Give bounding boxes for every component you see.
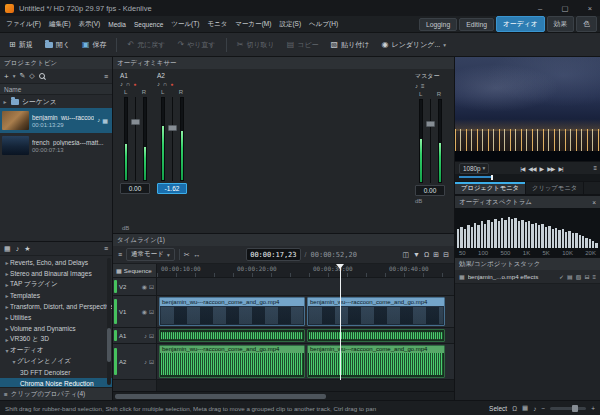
resolution-dropdown[interactable]: 1080p ▾ xyxy=(459,163,489,174)
bin-item-clip-raccoon[interactable]: benjamin_wu---raccoon 00:01:13:29 ♪ ▦ xyxy=(0,108,112,133)
eye-icon[interactable]: ◉ xyxy=(142,283,147,290)
bin-item-clip-polynesia[interactable]: french_polynesia---matt... 00:00:07:13 xyxy=(0,133,112,158)
menu-item-tools[interactable]: ツール(T) xyxy=(167,20,203,29)
undo-button[interactable]: ↶元に戻す xyxy=(122,37,170,53)
video-clip[interactable]: benjamin_wu---raccoon_come_and_go.mp4 xyxy=(307,297,445,326)
zoom-in-icon[interactable]: + xyxy=(591,405,595,412)
menu-item-edit[interactable]: 編集(E) xyxy=(45,20,75,29)
effect-category-reverb-echo-delays[interactable]: ▸Reverts, Echo, and Delays xyxy=(0,257,112,268)
menu-item-help[interactable]: ヘルプ(H) xyxy=(305,20,342,29)
bin-menu-icon[interactable]: ≡ xyxy=(104,73,108,80)
close-button[interactable]: × xyxy=(580,0,600,16)
redo-button[interactable]: ↷やり直す xyxy=(172,37,220,53)
current-timecode[interactable]: 00:00:17,23 xyxy=(246,248,300,261)
audio-clip[interactable]: benjamin_wu---raccoon_come_and_go.mp4 xyxy=(159,345,305,378)
tab-effects[interactable]: 効果 xyxy=(547,16,575,32)
sequence-tab[interactable]: ▦ Sequence xyxy=(113,264,156,278)
mute-icon[interactable]: ♪ xyxy=(144,359,147,365)
skip-forward-icon[interactable]: ▶| xyxy=(558,165,562,172)
chevron-down-icon[interactable]: ▾ xyxy=(13,73,16,79)
menu-item-view[interactable]: 表示(V) xyxy=(75,20,105,29)
volume-db-value[interactable]: 0.00 xyxy=(415,185,445,196)
favorite-effects-icon[interactable]: ★ xyxy=(24,245,30,253)
paste-button[interactable]: ▧貼り付け xyxy=(326,37,375,53)
open-button[interactable]: 開く xyxy=(40,37,75,53)
solo-icon[interactable]: ∩ xyxy=(163,81,167,87)
record-icon[interactable]: ● xyxy=(170,81,173,87)
track-header-a1[interactable]: A1 ♪ ⊡ xyxy=(113,328,156,344)
playhead[interactable] xyxy=(340,264,341,380)
play-icon[interactable]: ▶ xyxy=(540,165,544,172)
mute-icon[interactable]: ♪ xyxy=(415,83,418,89)
copy-button[interactable]: ▤コピー xyxy=(282,37,324,53)
effect-category-templates[interactable]: ▸Templates xyxy=(0,290,112,301)
monitor-menu-icon[interactable]: ≡ xyxy=(594,165,597,171)
mix-clips-icon[interactable]: ◫ xyxy=(402,251,409,259)
track-a2[interactable]: benjamin_wu---raccoon_come_and_go.mp4 be… xyxy=(157,344,454,380)
add-marker-icon[interactable]: ▼ xyxy=(413,251,420,258)
timeline-menu-icon[interactable]: ≡ xyxy=(118,251,122,258)
video-effects-icon[interactable]: ▦ xyxy=(4,245,11,253)
effect-category-volume-dynamics[interactable]: ▸Volume and Dynamics xyxy=(0,323,112,334)
master-menu-icon[interactable]: ≡ xyxy=(421,83,425,89)
effect-category-utilities[interactable]: ▸Utilities xyxy=(0,312,112,323)
minimize-button[interactable]: – xyxy=(530,0,550,16)
add-clip-icon[interactable]: + xyxy=(4,72,9,81)
audio-thumbnails-icon[interactable]: ♪ xyxy=(533,405,536,412)
audio-effects-icon[interactable]: ♪ xyxy=(16,245,20,252)
audio-clip[interactable] xyxy=(307,329,445,342)
rewind-icon[interactable]: ◀◀ xyxy=(528,165,535,172)
zoom-slider[interactable] xyxy=(550,407,586,410)
volume-fader[interactable] xyxy=(131,97,140,181)
effect-category-tap-plugins[interactable]: ▸TAP プラグイン xyxy=(0,279,112,290)
razor-tool-icon[interactable]: ✂ xyxy=(184,251,190,259)
lock-icon[interactable]: ⊡ xyxy=(149,283,154,290)
video-thumbnails-icon[interactable]: ▦ xyxy=(522,404,528,412)
effect-category-vr360-3d[interactable]: ▸VR360 と 3D xyxy=(0,334,112,345)
monitor-video[interactable] xyxy=(455,57,600,161)
effect-item-3d-fft-denoiser[interactable]: 3D FFT Denoiser xyxy=(0,367,112,378)
volume-db-value[interactable]: -1.62 xyxy=(157,183,187,194)
tag-icon[interactable]: ◇ xyxy=(29,72,34,80)
effect-category-transform-distort[interactable]: ▸Transform, Distort, and Perspective xyxy=(0,301,112,312)
monitor-seekbar[interactable] xyxy=(455,174,600,181)
track-v2[interactable] xyxy=(157,278,454,296)
menu-item-file[interactable]: ファイル(F) xyxy=(2,20,45,29)
eye-icon[interactable]: ◉ xyxy=(142,308,147,315)
video-clip[interactable]: benjamin_wu---raccoon_come_and_go.mp4 xyxy=(159,297,305,326)
audio-clip[interactable]: benjamin_wu---raccoon_come_and_go.mp4 xyxy=(307,345,445,378)
track-target-indicator[interactable] xyxy=(114,280,117,293)
copy-effect-icon[interactable]: ▤ xyxy=(567,273,573,280)
skip-backward-icon[interactable]: |◀ xyxy=(520,165,524,172)
track-target-indicator[interactable] xyxy=(114,330,117,342)
effect-category-grain-noise[interactable]: ▾グレインとノイズ xyxy=(0,356,112,367)
effect-item-chroma-noise-reduction[interactable]: Chroma Noise Reduction xyxy=(0,378,112,387)
snap-toggle-icon[interactable]: Ω xyxy=(512,405,517,412)
lock-icon[interactable]: ⊡ xyxy=(149,308,154,315)
menu-item-sequence[interactable]: Sequence xyxy=(130,21,167,28)
menu-item-markers[interactable]: マーカー(M) xyxy=(231,20,275,29)
save-button[interactable]: ▣保存 xyxy=(77,37,112,53)
fast-forward-icon[interactable]: ▶▶ xyxy=(547,165,554,172)
tab-project-monitor[interactable]: プロジェクトモニタ xyxy=(455,182,526,194)
titlebar[interactable]: Untitled */ HD 720p 29.97 fps - Kdenlive… xyxy=(0,0,600,16)
timeline-tracks-area[interactable]: 00:00:10:00 00:00:20:00 00:00:30:00 00:0… xyxy=(157,264,454,391)
effects-menu-icon[interactable]: ≡ xyxy=(104,245,108,252)
bin-item-sequence-folder[interactable]: ▸ シーケンス xyxy=(0,95,112,108)
monitor-position-marker[interactable] xyxy=(491,175,493,180)
effect-category-audio[interactable]: ▾オーディオ xyxy=(0,345,112,356)
edit-mode-dropdown[interactable]: 通常モード ▾ xyxy=(126,248,175,261)
playhead-handle[interactable] xyxy=(336,264,344,269)
cut-button[interactable]: ✂切り取り xyxy=(232,37,280,53)
close-panel-icon[interactable]: × xyxy=(592,199,596,206)
timeline-ruler[interactable]: 00:00:10:00 00:00:20:00 00:00:30:00 00:0… xyxy=(157,264,454,278)
tab-editing[interactable]: Editing xyxy=(459,18,494,31)
mute-icon[interactable]: ♪ xyxy=(144,333,147,339)
tab-color[interactable]: 色 xyxy=(576,16,597,32)
stack-menu-icon[interactable]: ≡ xyxy=(592,274,596,280)
track-header-v2[interactable]: V2 ◉ ⊡ xyxy=(113,278,156,296)
monitor-zone[interactable] xyxy=(459,176,493,178)
volume-db-value[interactable]: 0.00 xyxy=(120,183,150,194)
zoom-out-icon[interactable]: − xyxy=(541,405,545,412)
mute-icon[interactable]: ♪ xyxy=(157,81,160,87)
